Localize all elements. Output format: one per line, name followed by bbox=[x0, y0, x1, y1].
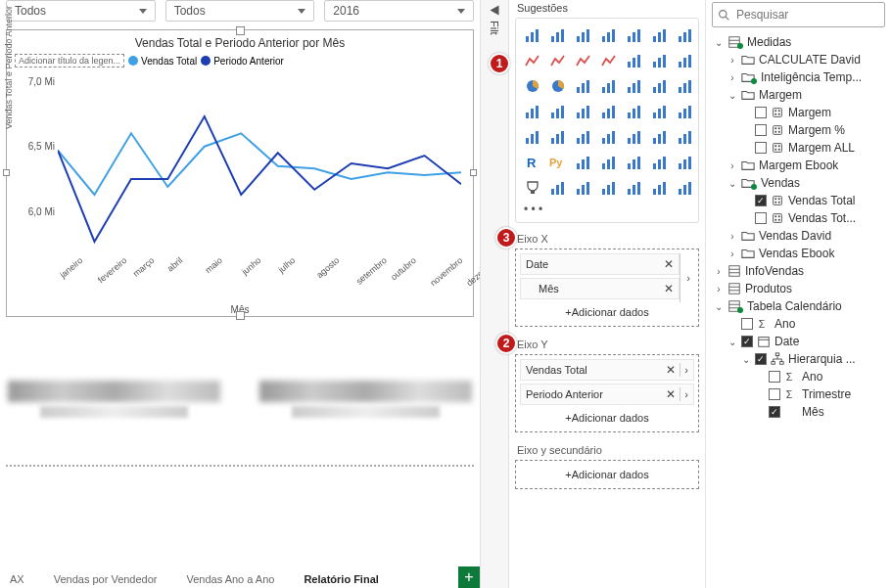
well-x[interactable]: Date ✕ Mês ✕ › +Adicionar dados bbox=[515, 249, 699, 327]
add-data-y[interactable]: +Adicionar dados bbox=[520, 408, 694, 428]
field-chip-mes[interactable]: Mês ✕ bbox=[520, 278, 680, 299]
field-row-margem_pct[interactable]: Margem % bbox=[710, 121, 887, 139]
viz-bar-icon[interactable] bbox=[547, 24, 569, 46]
viz-power-apps-icon[interactable] bbox=[598, 152, 620, 173]
viz-chat-icon[interactable] bbox=[624, 152, 645, 173]
expand-filters-icon[interactable] bbox=[491, 6, 499, 16]
chevron-icon[interactable]: › bbox=[727, 249, 737, 259]
card-visual-1[interactable] bbox=[8, 381, 220, 418]
chevron-icon[interactable]: › bbox=[714, 266, 724, 277]
viz-ribbon-icon[interactable] bbox=[624, 50, 645, 71]
viz-slicer-icon[interactable] bbox=[573, 101, 594, 122]
chevron-icon[interactable]: ⌄ bbox=[741, 354, 751, 365]
viz-column-stacked-icon[interactable] bbox=[598, 24, 620, 46]
viz-map-icon[interactable] bbox=[624, 101, 645, 122]
viz-route-icon[interactable] bbox=[598, 177, 620, 199]
resize-handle-right[interactable] bbox=[470, 169, 477, 176]
page-tab-4[interactable]: Relatório Final bbox=[298, 570, 384, 588]
page-tab-1[interactable]: AX bbox=[4, 570, 30, 588]
viz-bar-clustered-icon[interactable] bbox=[573, 24, 594, 46]
well-y2[interactable]: +Adicionar dados bbox=[515, 460, 699, 489]
chevron-right-icon[interactable]: › bbox=[684, 364, 688, 376]
viz-r-visual-icon[interactable]: R bbox=[522, 152, 543, 173]
legend-item-2[interactable]: Periodo Anterior bbox=[201, 56, 284, 67]
field-row-h_mes[interactable]: ✓Mês bbox=[710, 403, 887, 421]
slicer-2[interactable]: Todos bbox=[165, 0, 315, 22]
viz-gantt-icon[interactable] bbox=[547, 177, 569, 199]
viz-line-icon[interactable] bbox=[522, 50, 543, 71]
field-row-vendas_total[interactable]: ✓Vendas Total bbox=[710, 192, 887, 209]
viz-text-icon[interactable] bbox=[649, 152, 671, 173]
viz-treemap-icon[interactable] bbox=[573, 75, 594, 97]
checkbox[interactable] bbox=[769, 371, 780, 383]
viz-image-icon[interactable] bbox=[675, 152, 696, 173]
add-page-button[interactable]: + bbox=[458, 566, 480, 588]
viz-power-automate-icon[interactable] bbox=[573, 152, 594, 173]
viz-card-icon[interactable] bbox=[649, 75, 671, 97]
chevron-right-icon[interactable]: › bbox=[686, 272, 690, 284]
checkbox[interactable] bbox=[769, 388, 780, 400]
viz-multi-row-icon[interactable] bbox=[547, 126, 569, 148]
field-row-infovendas[interactable]: ›InfoVendas bbox=[710, 262, 887, 280]
field-row-h_ano[interactable]: ΣAno bbox=[710, 368, 887, 385]
remove-icon[interactable]: ✕ bbox=[664, 257, 674, 271]
viz-calendar-icon[interactable] bbox=[573, 177, 594, 199]
field-chip-vendas-total[interactable]: Vendas Total ✕ › bbox=[520, 359, 694, 381]
card-visual-2[interactable] bbox=[259, 381, 472, 418]
field-chip-date[interactable]: Date ✕ bbox=[520, 253, 680, 275]
page-tab-3[interactable]: Vendas Ano a Ano bbox=[181, 570, 281, 588]
viz-smart-narrative-icon[interactable] bbox=[649, 126, 671, 148]
field-row-calc_david[interactable]: ›CALCULATE David bbox=[710, 51, 887, 68]
viz-kpi-icon[interactable] bbox=[675, 75, 696, 97]
field-row-intel_temp[interactable]: ›Inteligência Temp... bbox=[710, 68, 887, 86]
field-row-medidas[interactable]: ⌄Medidas bbox=[710, 33, 887, 51]
field-row-tabcal[interactable]: ⌄Tabela Calendário bbox=[710, 297, 887, 315]
checkbox[interactable]: ✓ bbox=[741, 336, 753, 347]
viz-python-visual-icon[interactable]: Py bbox=[547, 152, 569, 173]
filters-pane-collapsed[interactable]: Filt bbox=[480, 0, 509, 588]
field-row-margem_all[interactable]: Margem ALL bbox=[710, 139, 887, 157]
add-data-y2[interactable]: +Adicionar dados bbox=[520, 465, 694, 484]
viz-waterfall-icon[interactable] bbox=[649, 50, 671, 71]
chevron-icon[interactable]: › bbox=[727, 231, 737, 242]
checkbox[interactable] bbox=[755, 107, 767, 118]
checkbox[interactable]: ✓ bbox=[755, 195, 767, 206]
chevron-icon[interactable]: ⌄ bbox=[727, 90, 737, 101]
field-row-date[interactable]: ⌄✓Date bbox=[710, 333, 887, 350]
chevron-icon[interactable]: ⌄ bbox=[727, 337, 737, 347]
checkbox[interactable]: ✓ bbox=[755, 353, 767, 365]
line-chart-visual[interactable]: Vendas Total e Periodo Anterior por Mês … bbox=[6, 29, 474, 317]
remove-icon[interactable]: ✕ bbox=[666, 363, 676, 377]
viz-area-icon[interactable] bbox=[547, 50, 569, 71]
remove-icon[interactable]: ✕ bbox=[666, 387, 676, 401]
chevron-right-icon[interactable]: › bbox=[684, 388, 688, 400]
field-row-vendas_david[interactable]: ›Vendas David bbox=[710, 227, 887, 245]
legend-item-1[interactable]: Vendas Total bbox=[128, 56, 197, 67]
checkbox[interactable] bbox=[755, 212, 767, 224]
viz-column-icon[interactable] bbox=[624, 24, 645, 46]
field-row-margem[interactable]: Margem bbox=[710, 104, 887, 121]
viz-scatter-icon[interactable] bbox=[675, 50, 696, 71]
viz-diamond-icon[interactable] bbox=[624, 177, 645, 199]
chevron-icon[interactable]: › bbox=[727, 72, 737, 83]
viz-more1-icon[interactable] bbox=[649, 177, 671, 199]
viz-number-card-icon[interactable] bbox=[522, 126, 543, 148]
viz-area-stacked-icon[interactable] bbox=[573, 50, 594, 71]
checkbox[interactable] bbox=[741, 318, 753, 330]
viz-key-influencer-icon[interactable] bbox=[573, 126, 594, 148]
add-data-x[interactable]: +Adicionar dados bbox=[520, 302, 694, 322]
chevron-icon[interactable]: › bbox=[714, 284, 724, 294]
viz-decomposition-icon[interactable] bbox=[598, 126, 620, 148]
resize-handle-left[interactable] bbox=[3, 169, 10, 176]
field-row-margem_grp[interactable]: ⌄Margem bbox=[710, 86, 887, 104]
viz-donut-icon[interactable] bbox=[547, 75, 569, 97]
field-row-hier[interactable]: ⌄✓Hierarquia ... bbox=[710, 350, 887, 368]
field-row-ano[interactable]: ΣAno bbox=[710, 315, 887, 333]
viz-funnel-icon[interactable] bbox=[598, 75, 620, 97]
chevron-icon[interactable]: ⌄ bbox=[727, 178, 737, 189]
well-y[interactable]: Vendas Total ✕ › Periodo Anterior ✕ › +A… bbox=[515, 354, 699, 432]
field-row-margem_ebook[interactable]: ›Margem Ebook bbox=[710, 157, 887, 174]
field-row-produtos[interactable]: ›Produtos bbox=[710, 280, 887, 297]
viz-map-filled-icon[interactable] bbox=[598, 101, 620, 122]
viz-column-100-icon[interactable] bbox=[675, 24, 696, 46]
